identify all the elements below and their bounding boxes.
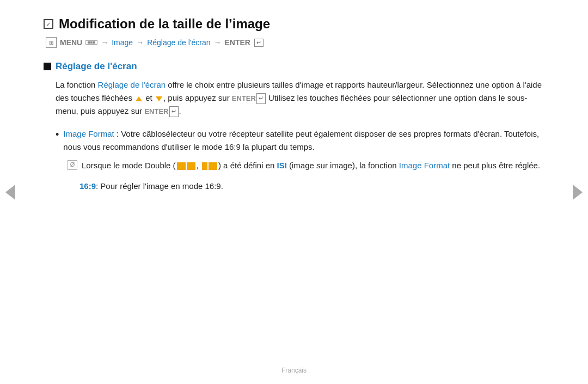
- body-blue-1: Réglage de l'écran: [98, 80, 166, 89]
- yellow-double-2: [202, 162, 217, 170]
- ratio-line: 16:9: Pour régler l'image en mode 16:9.: [79, 180, 544, 193]
- ratio-label: 16:9: [79, 181, 96, 191]
- checkbox-icon: ✓: [44, 19, 53, 29]
- section-heading: Réglage de l'écran: [56, 61, 137, 72]
- bullet-section: • Image Format : Votre câblosélecteur ou…: [44, 127, 544, 193]
- arrow-up-icon: [136, 96, 142, 101]
- arrow-3: →: [213, 38, 221, 47]
- menu-grid-icon: [85, 40, 97, 45]
- image-format-note: Image Format: [399, 161, 450, 170]
- menu-reglage: Réglage de l'écran: [147, 38, 210, 47]
- note-icon: Ø: [68, 160, 77, 170]
- section-heading-row: Réglage de l'écran: [44, 61, 544, 72]
- nav-right-arrow[interactable]: [573, 185, 583, 200]
- enter-icon-2: ↵: [169, 106, 179, 117]
- page-title: Modification de la taille de l’image: [59, 16, 270, 32]
- enter-text-2: ENTER: [144, 107, 168, 115]
- image-format-label: Image Format: [63, 129, 114, 138]
- page-title-row: ✓ Modification de la taille de l’image: [44, 16, 544, 32]
- enter-text-1: ENTER: [232, 94, 256, 102]
- menu-image: Image: [112, 38, 133, 47]
- menu-icon: ⊞: [46, 37, 57, 48]
- footer-text: Français: [281, 367, 307, 374]
- menu-enter: ENTER: [224, 38, 250, 47]
- enter-icon-menu: ↵: [254, 39, 264, 47]
- bullet-text: : Votre câblosélecteur ou votre récepteu…: [63, 129, 539, 151]
- body-text: La fonction Réglage de l'écran offre le …: [44, 78, 544, 118]
- section-bullet-square: [44, 63, 51, 70]
- nav-left-arrow[interactable]: [5, 185, 15, 200]
- page-content: ✓ Modification de la taille de l’image ⊞…: [0, 0, 588, 217]
- bullet-item-image-format: • Image Format : Votre câblosélecteur ou…: [56, 127, 544, 154]
- note-text: Lorsque le mode Double (, ) a été défini…: [82, 159, 540, 172]
- menu-label: MENU: [60, 38, 82, 47]
- bullet-content: Image Format : Votre câblosélecteur ou v…: [63, 127, 544, 154]
- isi-label: ISI: [277, 161, 287, 170]
- note-block: Ø Lorsque le mode Double (, ) a été défi…: [68, 159, 544, 172]
- enter-icon-1: ↵: [256, 93, 266, 104]
- arrow-2: →: [136, 38, 144, 47]
- yellow-double-1: [177, 162, 195, 170]
- footer: Français: [0, 367, 588, 374]
- ratio-text: : Pour régler l'image en mode 16:9.: [96, 181, 223, 191]
- arrow-down-icon: [156, 96, 162, 101]
- arrow-1: →: [101, 38, 108, 47]
- bullet-dot: •: [56, 127, 59, 154]
- menu-path: ⊞ MENU → Image → Réglage de l'écran → EN…: [44, 37, 544, 48]
